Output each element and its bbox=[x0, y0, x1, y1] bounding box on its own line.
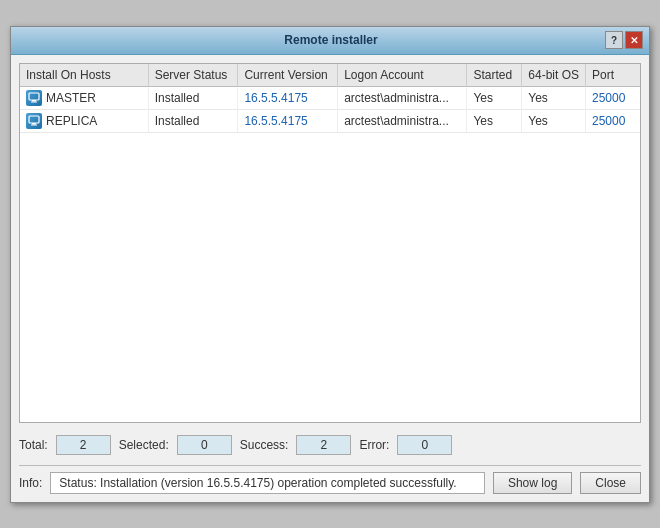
col-header-current-version: Current Version bbox=[238, 64, 338, 87]
col-header-started: Started bbox=[467, 64, 522, 87]
success-label: Success: bbox=[240, 438, 289, 452]
cell-server-status: Installed bbox=[148, 109, 238, 132]
show-log-button[interactable]: Show log bbox=[493, 472, 572, 494]
cell-host: REPLICA bbox=[20, 109, 148, 132]
host-icon bbox=[26, 113, 42, 129]
help-button[interactable]: ? bbox=[605, 31, 623, 49]
cell-logon-account: arctest\administra... bbox=[338, 86, 467, 109]
svg-rect-2 bbox=[31, 101, 37, 102]
host-name: REPLICA bbox=[46, 114, 97, 128]
svg-rect-4 bbox=[32, 123, 36, 125]
cell-server-status: Installed bbox=[148, 86, 238, 109]
table-header-row: Install On Hosts Server Status Current V… bbox=[20, 64, 640, 87]
selected-input bbox=[177, 435, 232, 455]
window-controls: ? ✕ bbox=[605, 31, 643, 49]
footer-info-row: Info: Status: Installation (version 16.5… bbox=[19, 472, 641, 494]
hosts-table: Install On Hosts Server Status Current V… bbox=[20, 64, 640, 133]
cell-port: 25000 bbox=[585, 109, 640, 132]
title-bar: Remote installer ? ✕ bbox=[11, 27, 649, 55]
svg-rect-1 bbox=[32, 100, 36, 102]
error-input bbox=[397, 435, 452, 455]
window-title: Remote installer bbox=[57, 33, 605, 47]
svg-rect-0 bbox=[29, 93, 39, 100]
cell-current-version: 16.5.5.4175 bbox=[238, 86, 338, 109]
info-label: Info: bbox=[19, 476, 42, 490]
footer-divider bbox=[19, 465, 641, 466]
cell-64bit-os: Yes bbox=[522, 109, 586, 132]
col-header-install-on-hosts: Install On Hosts bbox=[20, 64, 148, 87]
host-icon bbox=[26, 90, 42, 106]
table-row[interactable]: REPLICAInstalled16.5.5.4175arctest\admin… bbox=[20, 109, 640, 132]
col-header-server-status: Server Status bbox=[148, 64, 238, 87]
cell-current-version: 16.5.5.4175 bbox=[238, 109, 338, 132]
cell-64bit-os: Yes bbox=[522, 86, 586, 109]
close-button[interactable]: Close bbox=[580, 472, 641, 494]
svg-rect-3 bbox=[29, 116, 39, 123]
host-name: MASTER bbox=[46, 91, 96, 105]
svg-rect-5 bbox=[31, 124, 37, 125]
cell-logon-account: arctest\administra... bbox=[338, 109, 467, 132]
selected-label: Selected: bbox=[119, 438, 169, 452]
success-input bbox=[296, 435, 351, 455]
col-header-port: Port bbox=[585, 64, 640, 87]
close-window-button[interactable]: ✕ bbox=[625, 31, 643, 49]
cell-started: Yes bbox=[467, 109, 522, 132]
hosts-table-container[interactable]: Install On Hosts Server Status Current V… bbox=[19, 63, 641, 423]
cell-started: Yes bbox=[467, 86, 522, 109]
cell-host: MASTER bbox=[20, 86, 148, 109]
remote-installer-window: Remote installer ? ✕ Install On Hosts Se… bbox=[10, 26, 650, 503]
footer-stats-row: Total: Selected: Success: Error: bbox=[19, 431, 641, 459]
info-status-text: Status: Installation (version 16.5.5.417… bbox=[50, 472, 485, 494]
window-body: Install On Hosts Server Status Current V… bbox=[11, 55, 649, 502]
total-input bbox=[56, 435, 111, 455]
total-label: Total: bbox=[19, 438, 48, 452]
error-label: Error: bbox=[359, 438, 389, 452]
table-row[interactable]: MASTERInstalled16.5.5.4175arctest\admini… bbox=[20, 86, 640, 109]
cell-port: 25000 bbox=[585, 86, 640, 109]
col-header-64bit-os: 64-bit OS bbox=[522, 64, 586, 87]
col-header-logon-account: Logon Account bbox=[338, 64, 467, 87]
